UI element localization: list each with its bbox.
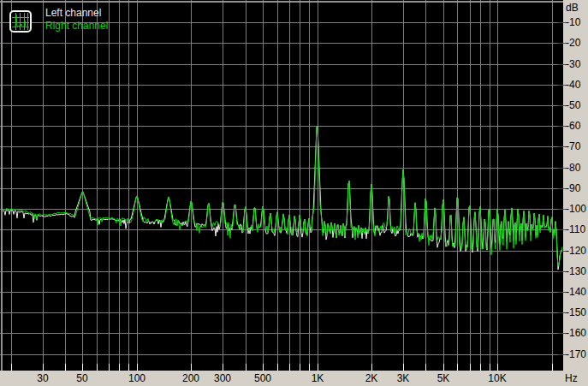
- y-tick-label: -80: [566, 163, 580, 174]
- y-tick-label: -170: [566, 349, 586, 360]
- y-tick-label: -140: [566, 287, 586, 298]
- plot-background: [0, 0, 563, 371]
- spectrum-analyzer-window: -10-20-30-40-50-60-70-80-90-100-110-120-…: [0, 0, 588, 386]
- x-tick-label: 50: [76, 373, 87, 384]
- y-tick-label: -40: [566, 80, 580, 91]
- x-tick-label: 500: [254, 373, 271, 384]
- spectrum-canvas: [0, 0, 588, 386]
- y-axis-unit-label: dB: [566, 3, 579, 14]
- y-tick-label: -50: [566, 100, 580, 111]
- spectrum-icon: [9, 10, 32, 33]
- legend-right-channel-label: Right channel: [45, 21, 108, 32]
- x-tick-label: 200: [182, 373, 199, 384]
- y-tick-label: -30: [566, 59, 580, 70]
- x-tick-label: 3K: [397, 373, 410, 384]
- y-tick-label: -110: [566, 224, 585, 235]
- y-tick-label: -60: [566, 121, 580, 132]
- x-tick-label: 300: [214, 373, 231, 384]
- x-axis-unit-label: Hz: [565, 373, 578, 384]
- y-tick-label: -100: [566, 204, 586, 215]
- legend-left-channel-label: Left channel: [45, 8, 101, 19]
- x-tick-label: 5K: [437, 373, 450, 384]
- y-tick-label: -90: [566, 183, 580, 194]
- x-tick-label: 2K: [365, 373, 378, 384]
- y-tick-label: -70: [566, 141, 580, 152]
- y-tick-label: -130: [566, 266, 586, 277]
- y-tick-label: -160: [566, 328, 586, 339]
- y-tick-label: -120: [566, 246, 586, 257]
- x-tick-label: 100: [128, 373, 146, 384]
- x-tick-label: 1K: [312, 373, 324, 384]
- y-tick-label: -150: [566, 307, 586, 318]
- y-tick-label: -20: [566, 38, 580, 49]
- x-tick-label: 10K: [488, 373, 506, 384]
- y-tick-label: -10: [566, 17, 580, 28]
- x-tick-label: 30: [37, 373, 48, 384]
